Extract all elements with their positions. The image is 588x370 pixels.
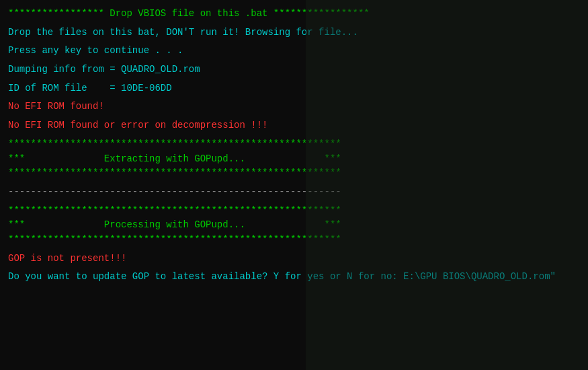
separator-line: ----------------------------------------… [8,185,580,200]
no-efi1-line: No EFI ROM found! [8,100,580,114]
header-line: ***************** Drop VBIOS file on thi… [8,7,580,22]
no-efi2-line: No EFI ROM found or error on decompressi… [8,118,580,133]
gop-not-present-line: GOP is not present!!! [8,252,580,266]
extract-border2-line: ****************************************… [8,166,580,181]
process-center-line: *** Processing with GOPupd... *** [8,218,580,233]
process-border1-line: ****************************************… [8,204,580,219]
terminal-window: ***************** Drop VBIOS file on thi… [0,0,588,370]
drop-info-line: Drop the files on this bat, DON'T run it… [8,26,580,40]
press-key-line: Press any key to continue . . . [8,44,580,59]
extract-border1-line: ****************************************… [8,137,580,152]
process-border2-line: ****************************************… [8,233,580,248]
update-gop-line: Do you want to update GOP to latest avai… [8,270,580,285]
rom-id-line: ID of ROM file = 10DE-06DD [8,81,580,96]
extract-center-line: *** Extracting with GOPupd... *** [8,152,580,167]
dumping-line: Dumping info from = QUADRO_OLD.rom [8,63,580,77]
